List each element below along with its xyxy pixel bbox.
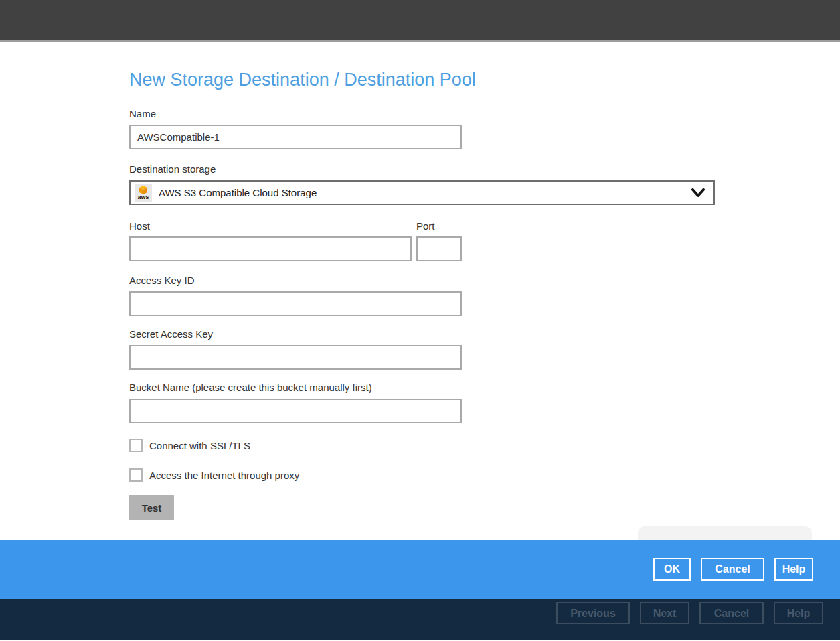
wizard-cancel-button[interactable]: Cancel (699, 602, 764, 624)
help-button[interactable]: Help (774, 558, 813, 581)
name-label: Name (129, 108, 840, 120)
panel-rounded-corner (638, 526, 812, 540)
host-label: Host (129, 220, 412, 232)
host-input[interactable] (129, 236, 412, 261)
page-title: New Storage Destination / Destination Po… (129, 69, 840, 90)
dialog-content: New Storage Destination / Destination Po… (0, 42, 840, 540)
proxy-checkbox[interactable] (129, 468, 143, 482)
port-label: Port (416, 220, 462, 232)
access-key-id-input[interactable] (129, 291, 462, 316)
wizard-footer-buttons: Previous Next Cancel Help (556, 602, 823, 624)
bucket-name-input[interactable] (129, 399, 462, 423)
proxy-checkbox-row: Access the Internet through proxy (129, 468, 840, 482)
bucket-name-label: Bucket Name (please create this bucket m… (129, 382, 840, 394)
wizard-footer: Previous Next Cancel Help (0, 599, 840, 640)
ok-button[interactable]: OK (653, 558, 691, 581)
destination-storage-select[interactable]: aws AWS S3 Compatible Cloud Storage (129, 180, 715, 205)
secret-access-key-input[interactable] (129, 345, 462, 370)
cancel-button[interactable]: Cancel (701, 558, 764, 581)
destination-storage-label: Destination storage (129, 163, 840, 175)
previous-button[interactable]: Previous (556, 602, 630, 624)
ssl-tls-checkbox[interactable] (129, 439, 143, 452)
proxy-checkbox-label: Access the Internet through proxy (149, 470, 299, 481)
name-input[interactable] (129, 125, 462, 149)
wizard-help-button[interactable]: Help (774, 602, 823, 624)
dialog-action-bar: OK Cancel Help (0, 540, 840, 599)
access-key-id-label: Access Key ID (129, 275, 840, 287)
secret-access-key-label: Secret Access Key (129, 328, 840, 340)
port-input[interactable] (416, 236, 462, 261)
ssl-tls-checkbox-row: Connect with SSL/TLS (129, 439, 840, 452)
test-button[interactable]: Test (129, 495, 174, 520)
top-header-bar (0, 0, 840, 42)
destination-storage-value: AWS S3 Compatible Cloud Storage (159, 187, 317, 198)
aws-s3-icon: aws (135, 184, 152, 202)
next-button[interactable]: Next (640, 602, 689, 624)
ssl-tls-checkbox-label: Connect with SSL/TLS (149, 440, 250, 451)
chevron-down-icon (691, 188, 705, 198)
dialog-action-buttons: OK Cancel Help (653, 558, 813, 581)
